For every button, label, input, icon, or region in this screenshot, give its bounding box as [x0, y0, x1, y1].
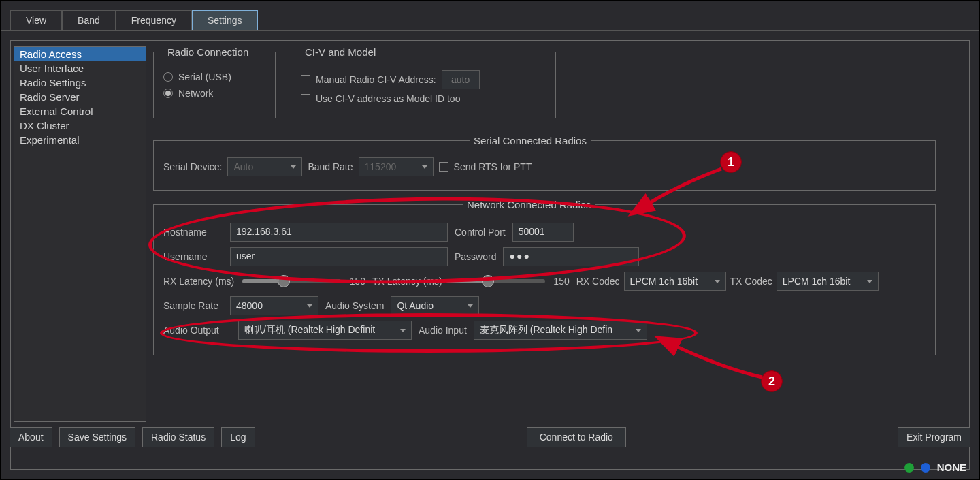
radio-network[interactable]: Network — [163, 88, 265, 99]
group-serial-connected-radios: Serial Connected Radios Serial Device: A… — [153, 135, 936, 191]
sidebar-item-radio-server[interactable]: Radio Server — [14, 90, 146, 104]
input-civ-address — [442, 70, 480, 89]
group-radio-connection: Radio Connection Serial (USB) Network — [153, 46, 276, 118]
legend-radio-connection: Radio Connection — [163, 46, 252, 58]
radio-network-label: Network — [178, 88, 213, 99]
connect-to-radio-button[interactable]: Connect to Radio — [527, 427, 626, 447]
label-audio-input: Audio Input — [419, 325, 467, 336]
about-button[interactable]: About — [10, 427, 52, 447]
label-control-port: Control Port — [455, 227, 506, 238]
select-audio-system[interactable]: Qt Audio — [391, 296, 479, 315]
main-panel: Radio Access User Interface Radio Settin… — [10, 40, 970, 470]
serial-device-value: Auto — [233, 161, 253, 172]
label-manual-civ: Manual Radio CI-V Address: — [316, 74, 436, 85]
select-serial-device: Auto — [227, 157, 302, 176]
select-sample-rate[interactable]: 48000 — [230, 296, 318, 315]
checkbox-manual-civ[interactable] — [301, 75, 310, 84]
label-baud-rate: Baud Rate — [308, 161, 353, 172]
caret-icon — [400, 329, 406, 332]
caret-icon — [468, 304, 473, 308]
caret-icon — [307, 304, 312, 308]
tab-band[interactable]: Band — [62, 10, 116, 30]
settings-right-pane: Radio Connection Serial (USB) Network CI… — [153, 44, 966, 425]
exit-program-button[interactable]: Exit Program — [898, 427, 970, 447]
caret-icon — [636, 329, 641, 332]
checkbox-send-rts[interactable] — [439, 162, 448, 172]
label-send-rts: Send RTS for PTT — [454, 161, 532, 172]
label-serial-device: Serial Device: — [163, 161, 222, 172]
sidebar-item-radio-access[interactable]: Radio Access — [14, 47, 146, 61]
log-button[interactable]: Log — [221, 427, 255, 447]
audio-system-value: Qt Audio — [397, 300, 434, 311]
radio-icon-checked — [163, 89, 173, 98]
radio-icon — [163, 72, 173, 82]
settings-sidebar: Radio Access User Interface Radio Settin… — [14, 46, 146, 422]
caret-icon — [422, 165, 427, 169]
status-text: NONE — [937, 462, 966, 473]
tab-settings[interactable]: Settings — [192, 10, 258, 30]
label-password: Password — [455, 251, 496, 262]
sidebar-item-external-control[interactable]: External Control — [14, 104, 146, 118]
select-audio-input[interactable]: 麦克风阵列 (Realtek High Defin — [474, 321, 647, 340]
radio-status-button[interactable]: Radio Status — [142, 427, 214, 447]
status-led-green-icon — [904, 463, 914, 473]
save-settings-button[interactable]: Save Settings — [59, 427, 135, 447]
input-control-port[interactable]: 50001 — [512, 223, 574, 242]
label-rx-codec: RX Codec — [576, 276, 620, 287]
audio-output-value: 喇叭/耳机 (Realtek High Definit — [244, 324, 375, 336]
sidebar-item-user-interface[interactable]: User Interface — [14, 61, 146, 76]
select-baud-rate: 115200 — [359, 157, 434, 176]
caret-icon — [291, 165, 296, 169]
radio-serial-usb[interactable]: Serial (USB) — [163, 71, 265, 82]
annotation-arrow-1-icon — [640, 163, 735, 218]
label-hostname: Hostname — [163, 227, 223, 238]
rx-latency-value: 150 — [345, 276, 365, 287]
select-tx-codec[interactable]: LPCM 1ch 16bit — [777, 272, 879, 291]
select-audio-output[interactable]: 喇叭/耳机 (Realtek High Definit — [238, 321, 412, 340]
caret-icon — [715, 280, 720, 283]
baud-value: 115200 — [365, 161, 397, 172]
tab-view[interactable]: View — [10, 10, 62, 30]
app-window: View Band Frequency Settings Radio Acces… — [0, 0, 980, 480]
label-rx-latency: RX Latency (ms) — [163, 276, 238, 287]
checkbox-civ-as-model[interactable] — [301, 94, 310, 103]
input-password[interactable]: ●●● — [503, 247, 639, 266]
slider-rx-latency[interactable] — [242, 279, 341, 283]
group-civ-model: CI-V and Model Manual Radio CI-V Address… — [291, 46, 556, 118]
label-sample-rate: Sample Rate — [163, 300, 223, 311]
sample-rate-value: 48000 — [236, 300, 263, 311]
group-network-connected-radios: Network Connected Radios Hostname 192.16… — [153, 199, 936, 355]
input-hostname[interactable]: 192.168.3.61 — [230, 223, 448, 242]
legend-serial: Serial Connected Radios — [470, 135, 591, 146]
legend-civ: CI-V and Model — [301, 46, 380, 58]
label-civ-as-model: Use CI-V address as Model ID too — [316, 93, 460, 104]
caret-icon — [867, 280, 872, 283]
rx-codec-value: LPCM 1ch 16bit — [630, 276, 698, 287]
status-bar: NONE — [904, 462, 966, 473]
tx-codec-value: LPCM 1ch 16bit — [783, 276, 851, 287]
label-audio-output: Audio Output — [163, 325, 231, 336]
label-audio-system: Audio System — [325, 300, 384, 311]
tx-latency-value: 150 — [549, 276, 570, 287]
status-led-blue-icon — [921, 463, 930, 473]
label-tx-codec: TX Codec — [730, 276, 772, 287]
radio-serial-label: Serial (USB) — [178, 71, 231, 82]
legend-network: Network Connected Radios — [463, 199, 595, 210]
annotation-arrow-2-icon — [667, 340, 776, 388]
sidebar-item-dx-cluster[interactable]: DX Cluster — [14, 118, 146, 133]
audio-input-value: 麦克风阵列 (Realtek High Defin — [480, 324, 612, 336]
select-rx-codec[interactable]: LPCM 1ch 16bit — [624, 272, 726, 291]
sidebar-item-radio-settings[interactable]: Radio Settings — [14, 76, 146, 90]
slider-tx-latency[interactable] — [446, 279, 545, 283]
label-tx-latency: TX Latency (ms) — [372, 276, 442, 287]
tabbar: View Band Frequency Settings — [1, 1, 979, 31]
input-username[interactable]: user — [230, 247, 448, 266]
tab-frequency[interactable]: Frequency — [116, 10, 192, 30]
bottom-bar: About Save Settings Radio Status Log Con… — [10, 427, 970, 447]
sidebar-item-experimental[interactable]: Experimental — [14, 133, 146, 147]
label-username: Username — [163, 251, 223, 262]
